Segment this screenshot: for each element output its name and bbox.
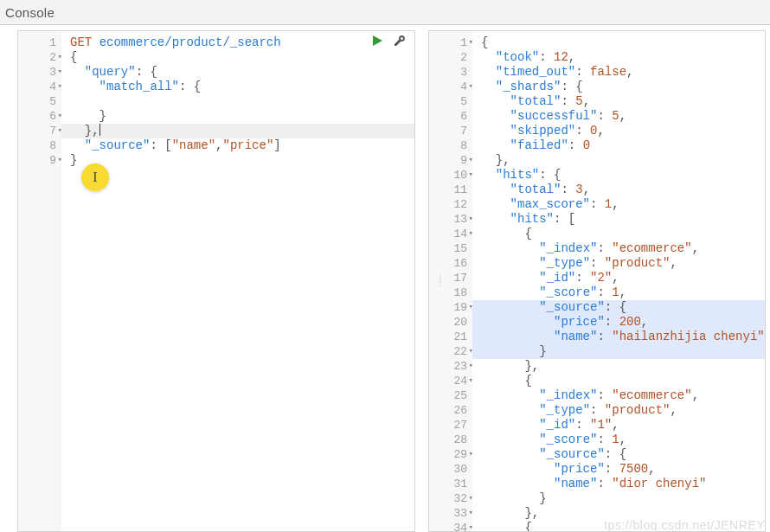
code-line[interactable]: "_source": ["name","price"] <box>61 138 414 153</box>
code-line[interactable]: "price": 7500, <box>472 462 765 477</box>
line-number: 14 <box>429 227 467 241</box>
token: "name" <box>554 477 597 490</box>
line-number: 34 <box>429 521 467 531</box>
code-line[interactable]: "skipped": 0, <box>472 124 765 138</box>
request-pane[interactable]: 123456789 GET ecommerce/product/_search{… <box>17 30 415 532</box>
token: : <box>597 330 612 343</box>
line-number: 2 <box>18 50 56 65</box>
line-number: 20 <box>429 315 467 330</box>
token: : { <box>179 80 201 93</box>
token: : <box>561 183 575 196</box>
token: , <box>568 50 575 64</box>
line-number: 29 <box>429 447 467 462</box>
code-line[interactable] <box>61 94 414 109</box>
code-line[interactable]: "total": 3, <box>472 183 765 197</box>
code-line[interactable]: "hits": { <box>472 168 765 183</box>
token: 3 <box>575 183 582 196</box>
line-number: 1 <box>429 35 467 50</box>
run-icon[interactable] <box>371 35 383 47</box>
token: "dior chenyi" <box>612 477 706 490</box>
code-line[interactable]: "_score": 1, <box>472 433 765 447</box>
token: : [ <box>554 212 575 226</box>
code-line[interactable]: "total": 5, <box>472 94 765 109</box>
token <box>92 35 99 49</box>
token: "max_score" <box>510 197 590 211</box>
line-number: 8 <box>429 138 467 153</box>
response-pane[interactable]: 1234567891011121314151617181920212223242… <box>428 30 766 532</box>
line-number: 4 <box>18 80 56 94</box>
token <box>481 109 510 123</box>
token: } <box>70 153 77 167</box>
code-line[interactable]: "successful": 5, <box>472 109 765 124</box>
line-number: 8 <box>18 138 56 153</box>
token <box>481 80 496 93</box>
code-line[interactable]: "_index": "ecommerce", <box>472 388 765 403</box>
token <box>481 447 539 461</box>
code-line[interactable]: "query": { <box>61 65 414 80</box>
code-line[interactable]: "_type": "product", <box>472 403 765 418</box>
request-code[interactable]: GET ecommerce/product/_search{ "query": … <box>61 31 414 531</box>
line-number: 2 <box>429 50 467 65</box>
code-line[interactable]: "max_score": 1, <box>472 197 765 212</box>
line-number: 5 <box>429 94 467 109</box>
split-drag-handle[interactable]: ⋮⋮ <box>436 277 443 285</box>
token <box>481 388 539 402</box>
token: : <box>575 418 590 432</box>
code-line[interactable]: "_source": { <box>472 300 765 315</box>
code-line[interactable]: { <box>472 521 765 531</box>
code-line[interactable]: "name": "dior chenyi" <box>472 477 765 491</box>
code-line[interactable]: "_shards": { <box>472 80 765 94</box>
line-number: 7 <box>18 124 56 138</box>
code-line[interactable]: } <box>472 491 765 506</box>
code-line[interactable]: "timed_out": false, <box>472 65 765 80</box>
token: : <box>597 241 612 255</box>
code-line[interactable]: } <box>61 109 414 124</box>
line-number: 19 <box>429 300 467 315</box>
token: : { <box>605 447 626 461</box>
title-text: Console <box>5 5 55 20</box>
line-number: 15 <box>429 241 467 256</box>
text-cursor-icon: I <box>93 170 97 185</box>
code-line[interactable]: { <box>472 35 765 50</box>
code-line[interactable]: }, <box>61 124 414 138</box>
token: "_source" <box>85 138 151 152</box>
line-number: 13 <box>429 212 467 227</box>
code-line[interactable]: "_type": "product", <box>472 256 765 271</box>
token: : <box>597 433 612 446</box>
code-line[interactable]: "failed": 0 <box>472 138 765 153</box>
line-number: 10 <box>429 168 467 183</box>
line-number: 5 <box>18 94 56 109</box>
code-line[interactable]: }, <box>472 506 765 521</box>
code-line[interactable]: "match_all": { <box>61 80 414 94</box>
code-line[interactable]: }, <box>472 153 765 168</box>
code-line[interactable]: "name": "hailanzhijia chenyi" <box>472 330 765 344</box>
token: "_id" <box>539 271 575 285</box>
token: "hits" <box>496 168 539 182</box>
code-line[interactable]: "_id": "2", <box>472 271 765 285</box>
code-line[interactable]: { <box>472 227 765 241</box>
token: { <box>481 227 532 240</box>
token: , <box>670 403 677 417</box>
wrench-icon[interactable] <box>394 35 406 47</box>
token: : { <box>605 300 626 314</box>
code-line[interactable]: "took": 12, <box>472 50 765 65</box>
token: : { <box>136 65 157 79</box>
code-line[interactable]: "hits": [ <box>472 212 765 227</box>
token: 200 <box>619 315 641 329</box>
response-code[interactable]: { "took": 12, "timed_out": false, "_shar… <box>472 31 765 531</box>
code-line[interactable]: "_index": "ecommerce", <box>472 241 765 256</box>
token <box>481 330 554 343</box>
code-line[interactable]: }, <box>472 359 765 374</box>
code-line[interactable]: "_source": { <box>472 447 765 462</box>
request-toolbar <box>371 35 406 47</box>
code-line[interactable]: { <box>472 374 765 388</box>
code-line[interactable]: GET ecommerce/product/_search <box>61 35 414 50</box>
code-line[interactable]: "price": 200, <box>472 315 765 330</box>
code-line[interactable]: } <box>472 344 765 359</box>
code-line[interactable]: "_score": 1, <box>472 285 765 300</box>
code-line[interactable]: { <box>61 50 414 65</box>
code-line[interactable]: } <box>61 153 414 168</box>
line-number: 11 <box>429 183 467 197</box>
token: : <box>597 109 612 123</box>
code-line[interactable]: "_id": "1", <box>472 418 765 433</box>
